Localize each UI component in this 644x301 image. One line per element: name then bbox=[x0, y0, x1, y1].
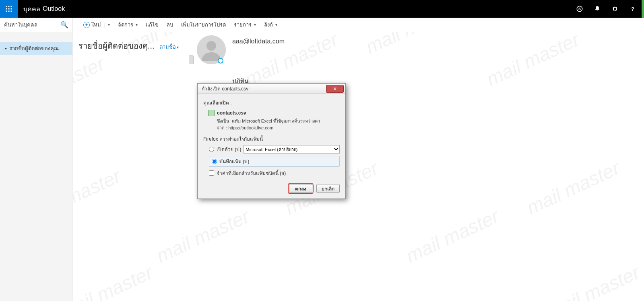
presence-strip bbox=[642, 0, 644, 18]
list-title: รายชื่อผู้ติดต่อของคุ... bbox=[78, 41, 155, 50]
svg-point-13 bbox=[206, 41, 216, 51]
dialog-close-button[interactable]: ✕ bbox=[326, 85, 344, 93]
add-favorite-button[interactable]: เพิ่มในรายการโปรด bbox=[177, 18, 230, 32]
dialog-file-row: contacts.csv bbox=[208, 110, 340, 116]
presence-indicator bbox=[218, 58, 223, 63]
settings-button[interactable] bbox=[606, 0, 624, 18]
skype-icon: S bbox=[576, 5, 583, 12]
sidebar: ▾ รายชื่อผู้ติดต่อของคุณ bbox=[0, 32, 73, 301]
dialog-body: คุณเลือกเปิด : contacts.csv ซึ่งเป็น: แฟ… bbox=[197, 94, 346, 199]
svg-rect-5 bbox=[11, 8, 12, 10]
dialog-filename: contacts.csv bbox=[217, 110, 246, 116]
sort-label: ตามชื่อ bbox=[159, 44, 176, 50]
help-icon: ? bbox=[629, 5, 636, 12]
links-button[interactable]: ลิงก์ ▾ bbox=[260, 18, 281, 32]
lists-label: รายการ bbox=[234, 20, 252, 29]
help-button[interactable]: ? bbox=[624, 0, 642, 18]
dialog-file-from: จาก : https://outlook.live.com bbox=[217, 125, 340, 131]
new-button[interactable]: + ใหม่ | ▾ bbox=[79, 18, 114, 32]
save-file-radio-input[interactable] bbox=[212, 159, 217, 164]
links-label: ลิงก์ bbox=[264, 20, 273, 29]
save-file-radio[interactable]: บันทึกแฟ้ม (บ) bbox=[209, 156, 340, 167]
gear-icon bbox=[611, 5, 619, 12]
search-icon[interactable]: 🔍 bbox=[60, 21, 68, 29]
lists-button[interactable]: รายการ ▾ bbox=[230, 18, 260, 32]
delete-button[interactable]: ลบ bbox=[163, 18, 177, 32]
svg-text:S: S bbox=[578, 7, 581, 11]
app-name: Outlook bbox=[43, 5, 65, 12]
app-category: บุคคล bbox=[23, 4, 40, 14]
svg-rect-7 bbox=[8, 11, 10, 12]
sidebar-item-label: รายชื่อผู้ติดต่อของคุณ bbox=[9, 44, 59, 53]
add-fav-label: เพิ่มในรายการโปรด bbox=[181, 20, 226, 29]
split-divider: | bbox=[103, 22, 105, 28]
dialog-button-row: ตกลง ยกเลิก bbox=[203, 184, 340, 193]
download-dialog: กำลังเปิด contacts.csv ✕ คุณเลือกเปิด : … bbox=[197, 83, 346, 199]
avatar bbox=[197, 35, 226, 64]
notifications-button[interactable] bbox=[588, 0, 606, 18]
remember-checkbox-input[interactable] bbox=[209, 170, 214, 176]
scrollbar-thumb[interactable] bbox=[189, 55, 194, 64]
contact-email: aaa@loftdata.com bbox=[232, 35, 285, 45]
file-icon bbox=[208, 110, 215, 116]
sort-by-link[interactable]: ตามชื่อ▾ bbox=[159, 44, 179, 50]
cancel-button[interactable]: ยกเลิก bbox=[316, 184, 340, 193]
manage-button[interactable]: จัดการ ▾ bbox=[114, 18, 142, 32]
search-box[interactable]: ค้นหาในบุคคล 🔍 bbox=[0, 18, 73, 32]
open-with-radio-input[interactable] bbox=[209, 147, 214, 152]
svg-rect-8 bbox=[11, 11, 12, 12]
remember-label: จำค่าที่เลือกสำหรับแฟ้มชนิดนี้ (จ) bbox=[217, 169, 286, 177]
bell-icon bbox=[594, 5, 601, 12]
sidebar-item-your-contacts[interactable]: ▾ รายชื่อผู้ติดต่อของคุณ bbox=[0, 42, 72, 55]
svg-rect-1 bbox=[8, 6, 10, 7]
open-with-select[interactable]: Microsoft Excel (ค่าปริยาย) bbox=[244, 145, 340, 154]
new-label: ใหม่ bbox=[91, 20, 101, 29]
svg-rect-3 bbox=[6, 8, 7, 10]
chevron-down-icon[interactable]: ▾ bbox=[108, 23, 110, 27]
global-header: บุคคล Outlook S ? bbox=[0, 0, 644, 18]
dialog-title: กำลังเปิด contacts.csv bbox=[202, 85, 248, 92]
dialog-prompt: Firefox ควรทำอะไรกับแฟ้มนี้ bbox=[203, 135, 340, 143]
open-with-radio[interactable]: เปิดด้วย (ป) Microsoft Excel (ค่าปริยาย) bbox=[209, 145, 340, 154]
dialog-chose-open: คุณเลือกเปิด : bbox=[203, 99, 340, 106]
delete-label: ลบ bbox=[167, 20, 173, 29]
contact-header: aaa@loftdata.com bbox=[194, 35, 644, 64]
edit-button[interactable]: แก้ไข bbox=[142, 18, 163, 32]
chevron-down-icon: ▾ bbox=[5, 46, 7, 51]
manage-label: จัดการ bbox=[118, 20, 133, 29]
svg-text:?: ? bbox=[631, 6, 634, 12]
svg-rect-0 bbox=[6, 6, 7, 7]
chevron-down-icon: ▾ bbox=[177, 45, 179, 49]
contact-list-column: รายชื่อผู้ติดต่อของคุ... ตามชื่อ▾ bbox=[73, 32, 194, 301]
plus-icon: + bbox=[83, 22, 90, 28]
search-placeholder: ค้นหาในบุคคล bbox=[4, 20, 37, 29]
open-with-label: เปิดด้วย (ป) bbox=[217, 145, 241, 153]
chevron-down-icon: ▾ bbox=[275, 23, 277, 27]
command-bar: + ใหม่ | ▾ จัดการ ▾ แก้ไข ลบ เพิ่มในรายก… bbox=[73, 18, 281, 32]
dialog-titlebar[interactable]: กำลังเปิด contacts.csv ✕ bbox=[197, 83, 346, 94]
ok-button[interactable]: ตกลง bbox=[289, 184, 312, 193]
edit-label: แก้ไข bbox=[146, 20, 159, 29]
toolbar-row: ค้นหาในบุคคล 🔍 + ใหม่ | ▾ จัดการ ▾ แก้ไข… bbox=[0, 18, 644, 32]
remember-choice-checkbox[interactable]: จำค่าที่เลือกสำหรับแฟ้มชนิดนี้ (จ) bbox=[209, 169, 340, 177]
app-launcher[interactable] bbox=[0, 0, 18, 18]
close-icon: ✕ bbox=[333, 86, 337, 92]
skype-button[interactable]: S bbox=[571, 0, 588, 18]
svg-rect-4 bbox=[8, 8, 10, 10]
dialog-file-type: ซึ่งเป็น: แฟ้ม Microsoft Excel ที่ใช้จุล… bbox=[217, 118, 340, 125]
save-file-label: บันทึกแฟ้ม (บ) bbox=[219, 158, 249, 165]
chevron-down-icon: ▾ bbox=[254, 23, 256, 27]
svg-rect-6 bbox=[6, 11, 7, 12]
waffle-icon bbox=[5, 5, 12, 12]
app-title: บุคคล Outlook bbox=[18, 0, 70, 18]
chevron-down-icon: ▾ bbox=[136, 23, 138, 27]
svg-rect-2 bbox=[11, 6, 12, 7]
